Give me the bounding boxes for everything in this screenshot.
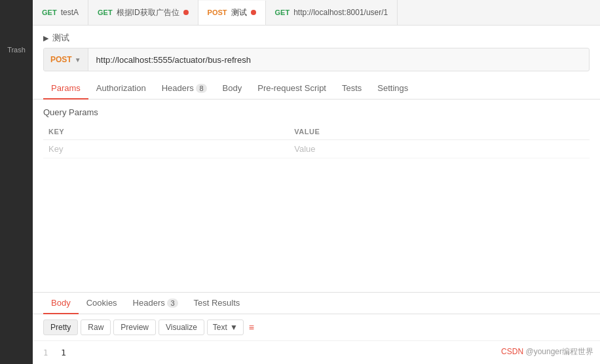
tab-post-test[interactable]: POST 测试 — [198, 1, 266, 26]
tabs-row: GET testA GET 根据ID获取广告位 POST 测试 GET http… — [33, 0, 600, 26]
value-column-header: VALUE — [289, 124, 534, 140]
key-column-header: KEY — [43, 124, 289, 140]
tab-get-ad-label: 根据ID获取广告位 — [117, 7, 179, 18]
method-select[interactable]: POST ▼ — [44, 48, 88, 71]
visualize-button[interactable]: Visualize — [159, 319, 204, 335]
format-select[interactable]: Text ▼ — [207, 319, 244, 335]
response-section: Body Cookies Headers 3 Test Results Pret… — [33, 292, 600, 364]
sidebar-trash-label[interactable]: Trash — [7, 46, 26, 54]
tab-get-ad-method: GET — [98, 9, 113, 16]
response-toolbar: Pretty Raw Preview Visualize Text ▼ ≡ — [33, 314, 600, 341]
wrap-icon[interactable]: ≡ — [249, 322, 254, 333]
nav-tab-body[interactable]: Body — [215, 78, 250, 100]
nav-tab-headers[interactable]: Headers 8 — [154, 78, 215, 100]
query-params-title: Query Params — [43, 107, 590, 117]
tab-testa-method: GET — [42, 9, 57, 16]
response-tab-test-results[interactable]: Test Results — [186, 293, 248, 314]
sidebar: Trash — [0, 0, 33, 364]
url-input[interactable] — [88, 55, 589, 65]
tab-get-user-method: GET — [275, 9, 290, 16]
tab-testa-label: testA — [61, 8, 79, 17]
response-body: 1 1 — [33, 341, 600, 364]
collapse-icon[interactable]: ▶ — [43, 34, 48, 43]
response-body-line-1: 1 — [61, 348, 66, 357]
response-tab-headers[interactable]: Headers 3 — [125, 293, 186, 314]
nav-tab-tests[interactable]: Tests — [334, 78, 369, 100]
request-nav-tabs: Params Authorization Headers 8 Body Pre-… — [33, 78, 600, 100]
tab-post-test-method: POST — [208, 9, 227, 16]
request-label: ▶ 测试 — [33, 26, 600, 48]
response-headers-badge: 3 — [167, 299, 178, 308]
response-tab-body[interactable]: Body — [43, 293, 79, 314]
format-select-label: Text — [213, 323, 227, 332]
request-section-title: 测试 — [52, 32, 69, 44]
url-bar: POST ▼ — [43, 48, 590, 71]
headers-badge: 8 — [196, 84, 206, 93]
nav-tab-prerequest[interactable]: Pre-request Script — [250, 78, 334, 100]
raw-button[interactable]: Raw — [81, 319, 111, 335]
response-tabs: Body Cookies Headers 3 Test Results — [33, 293, 600, 314]
value-placeholder: Value — [294, 144, 315, 154]
key-placeholder: Key — [48, 144, 63, 154]
query-params-section: Query Params KEY VALUE Key Va — [33, 100, 600, 166]
response-tab-cookies[interactable]: Cookies — [79, 293, 125, 314]
main-content: GET testA GET 根据ID获取广告位 POST 测试 GET http… — [33, 0, 600, 364]
nav-tab-settings[interactable]: Settings — [369, 78, 416, 100]
pretty-button[interactable]: Pretty — [43, 319, 78, 335]
tab-post-test-dot — [251, 10, 256, 15]
nav-tab-authorization[interactable]: Authorization — [88, 78, 154, 100]
tab-get-ad[interactable]: GET 根据ID获取广告位 — [88, 0, 198, 25]
action-column-header — [535, 124, 590, 140]
format-chevron-icon: ▼ — [230, 323, 238, 332]
tab-testa[interactable]: GET testA — [33, 0, 88, 25]
preview-button[interactable]: Preview — [113, 319, 156, 335]
method-chevron-icon: ▼ — [75, 56, 81, 64]
tab-get-user-label: http://localhost:8001/user/1 — [293, 8, 388, 17]
params-table: KEY VALUE Key Value — [43, 124, 590, 158]
tab-get-user[interactable]: GET http://localhost:8001/user/1 — [266, 0, 398, 25]
selected-method: POST — [50, 55, 72, 64]
nav-tab-params[interactable]: Params — [43, 78, 88, 100]
tab-get-ad-dot — [183, 10, 189, 15]
tab-post-test-label: 测试 — [231, 7, 247, 18]
table-row: Key Value — [43, 140, 590, 158]
line-number-1: 1 — [43, 348, 48, 357]
